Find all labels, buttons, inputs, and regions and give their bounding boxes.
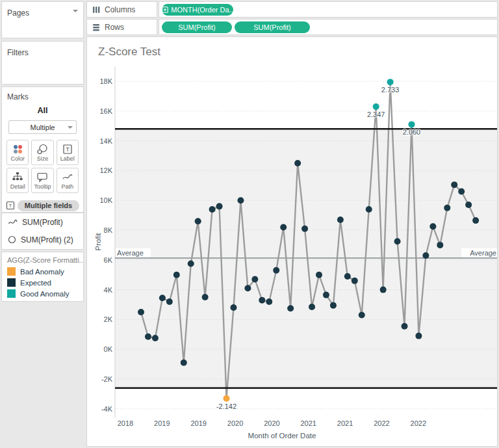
svg-text:2022: 2022 <box>374 419 389 427</box>
svg-text:2020: 2020 <box>264 419 279 427</box>
label-icon: T <box>62 144 73 155</box>
marks-label: Marks <box>2 91 83 101</box>
svg-text:T: T <box>9 203 12 209</box>
svg-text:2.060: 2.060 <box>403 128 421 136</box>
svg-text:-2K: -2K <box>101 375 113 383</box>
filters-shelf[interactable]: Filters <box>1 41 84 85</box>
size-icon <box>36 144 48 155</box>
svg-text:12K: 12K <box>99 166 112 174</box>
color-icon <box>12 144 23 155</box>
mark-type-value: Multiple <box>31 124 55 131</box>
filters-label: Filters <box>7 48 29 57</box>
sum-profit-pill-1[interactable]: SUM(Profit) <box>162 21 232 33</box>
good-anomaly-swatch <box>7 289 16 298</box>
pages-label: Pages <box>7 8 29 18</box>
pages-shelf[interactable]: Pages <box>1 1 84 38</box>
svg-text:2.733: 2.733 <box>381 86 400 94</box>
multiple-fields-pill[interactable]: Multiple fields <box>18 200 79 211</box>
profit-line-chart[interactable]: 18K16K14K12K10K8K6K4K2K0K-2K-4KAverageAv… <box>87 37 498 446</box>
svg-text:-4K: -4K <box>101 405 113 413</box>
line-type-icon <box>8 218 18 226</box>
svg-text:2019: 2019 <box>190 419 206 427</box>
legend-item-bad-anomaly[interactable]: Bad Anomaly <box>2 266 83 277</box>
plus-box-icon <box>162 7 168 13</box>
svg-text:2022: 2022 <box>411 419 426 427</box>
legend-item-expected[interactable]: Expected <box>2 277 83 288</box>
path-icon <box>62 172 73 183</box>
svg-text:18K: 18K <box>99 77 112 85</box>
tooltip-button[interactable]: Tooltip <box>31 168 53 193</box>
text-icon: T <box>6 201 15 210</box>
svg-text:T: T <box>66 146 70 153</box>
path-button[interactable]: Path <box>57 168 79 193</box>
expected-swatch <box>7 278 16 287</box>
color-button[interactable]: Color <box>6 140 29 165</box>
svg-text:2021: 2021 <box>337 419 353 427</box>
svg-text:2019: 2019 <box>154 419 170 427</box>
label-button[interactable]: T Label <box>57 140 79 165</box>
svg-text:10K: 10K <box>99 196 112 204</box>
rows-shelf-label: Rows <box>86 19 157 35</box>
tooltip-icon <box>36 172 48 183</box>
rows-shelf[interactable]: SUM(Profit) SUM(Profit) <box>159 19 498 35</box>
bad-anomaly-swatch <box>7 267 16 276</box>
svg-text:6K: 6K <box>104 256 113 264</box>
svg-text:2020: 2020 <box>227 419 243 427</box>
marks-all-tab[interactable]: All <box>2 106 83 115</box>
color-legend: AGG(Z-Score Formatti... Bad Anomaly Expe… <box>1 252 84 302</box>
marks-fields-list: SUM(Profit) SUM(Profit) (2) <box>1 213 84 250</box>
columns-icon <box>92 6 100 14</box>
columns-shelf[interactable]: MONTH(Order Da.. <box>159 1 498 18</box>
svg-text:Average: Average <box>117 249 144 257</box>
sum-profit-pill-2[interactable]: SUM(Profit) <box>235 21 310 33</box>
circle-type-icon <box>8 235 16 244</box>
chevron-down-icon <box>68 126 73 129</box>
svg-text:8K: 8K <box>104 226 113 234</box>
svg-text:2.347: 2.347 <box>367 111 385 118</box>
svg-text:0K: 0K <box>104 345 113 353</box>
marks-card: Marks All Multiple Color Size <box>1 86 84 213</box>
tableau-workspace: Pages Filters Marks All Multiple Color <box>0 0 499 448</box>
svg-text:2018: 2018 <box>118 419 133 427</box>
label-target-row: T Multiple fields <box>6 200 79 211</box>
size-button[interactable]: Size <box>31 140 53 165</box>
field-sum-profit[interactable]: SUM(Profit) <box>2 213 83 231</box>
svg-text:2021: 2021 <box>301 419 316 427</box>
svg-text:Month of Order Date: Month of Order Date <box>248 432 316 440</box>
svg-text:4K: 4K <box>104 286 113 294</box>
month-order-date-pill[interactable]: MONTH(Order Da.. <box>162 4 233 16</box>
svg-text:2K: 2K <box>104 315 113 323</box>
svg-text:Profit: Profit <box>94 233 102 251</box>
main-area: Columns MONTH(Order Da.. Rows SUM(Profit… <box>86 0 499 448</box>
detail-button[interactable]: Detail <box>6 168 29 193</box>
columns-shelf-label: Columns <box>86 1 157 18</box>
legend-title: AGG(Z-Score Formatti... <box>2 252 83 266</box>
svg-text:16K: 16K <box>99 107 112 115</box>
rows-icon <box>92 23 100 31</box>
chart-card: Z-Score Test 18K16K14K12K10K8K6K4K2K0K-2… <box>86 36 498 447</box>
svg-text:Average: Average <box>470 249 496 257</box>
svg-text:14K: 14K <box>99 137 112 145</box>
legend-item-good-anomaly[interactable]: Good Anomaly <box>2 288 83 299</box>
detail-icon <box>12 172 23 183</box>
mark-type-select[interactable]: Multiple <box>8 120 77 134</box>
marks-buttons: Color Size T Label <box>6 140 79 193</box>
svg-text:-2.142: -2.142 <box>216 402 237 410</box>
field-sum-profit-2[interactable]: SUM(Profit) (2) <box>2 231 83 248</box>
chevron-down-icon[interactable] <box>73 10 78 12</box>
